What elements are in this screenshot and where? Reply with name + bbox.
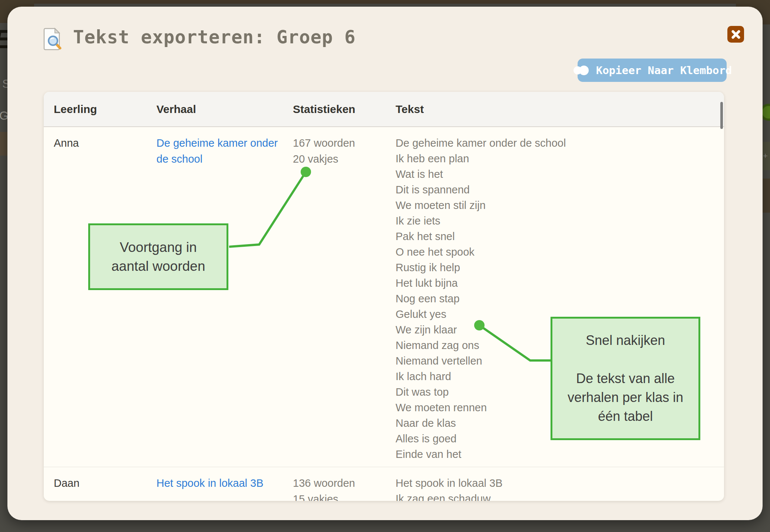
copy-button-label: Kopieer Naar Klembord: [596, 64, 732, 77]
table-header-row: Leerling Verhaal Statistieken Tekst: [44, 92, 724, 127]
table-row: Daan Het spook in lokaal 3B 136 woorden1…: [44, 467, 724, 501]
text-line: Dit is spannend: [396, 182, 724, 197]
text-line: 15 vakjes: [293, 491, 396, 501]
text-line: Ik zag een schaduw.: [396, 491, 724, 501]
column-header-verhaal: Verhaal: [156, 103, 293, 116]
story-text: Het spook in lokaal 3BIk zag een schaduw…: [396, 475, 724, 501]
annotation-body: De tekst van alle verhalen per klas in é…: [552, 369, 698, 426]
student-name: Daan: [54, 475, 156, 501]
backdrop-top-strip: [0, 0, 770, 4]
text-line: 167 woorden: [293, 135, 396, 151]
text-line: Nog een stap: [396, 291, 724, 306]
text-line: Het spook in lokaal 3B: [396, 475, 724, 491]
annotation-text: Voortgang in aantal woorden: [100, 238, 217, 276]
column-header-statistieken: Statistieken: [293, 103, 396, 116]
story-stats: 167 woorden20 vakjes: [293, 135, 396, 462]
text-line: Einde van het: [396, 446, 724, 462]
annotation-title: Snel nakijken: [552, 333, 698, 348]
text-line: Pak het snel: [396, 229, 724, 244]
text-line: De geheime kamer onder de school: [396, 135, 724, 151]
text-line: Rustig ik help: [396, 260, 724, 275]
column-header-leerling: Leerling: [54, 103, 156, 116]
story-link[interactable]: Het spook in lokaal 3B: [156, 475, 293, 501]
document-search-icon: [43, 27, 62, 52]
text-line: 20 vakjes: [293, 151, 396, 167]
story-link[interactable]: De geheime kamer onder de school: [156, 135, 293, 462]
copy-icon: [572, 65, 590, 76]
backdrop-band-brown: [761, 179, 770, 213]
text-line: Wat is het: [396, 166, 724, 182]
text-line: We moeten stil zijn: [396, 197, 724, 213]
text-line: Het lukt bijna: [396, 275, 724, 291]
annotation-quick-review: Snel nakijken De tekst van alle verhalen…: [551, 317, 700, 440]
copy-to-clipboard-button[interactable]: Kopieer Naar Klembord: [578, 59, 727, 82]
text-line: Ik heb een plan: [396, 151, 724, 166]
close-x-icon: [731, 30, 741, 39]
text-line: Ik zie iets: [396, 213, 724, 229]
text-line: O nee het spook: [396, 244, 724, 260]
column-header-tekst: Tekst: [396, 103, 724, 116]
text-line: 136 woorden: [293, 475, 396, 491]
student-name: Anna: [54, 135, 156, 462]
table-scrollbar-thumb[interactable]: [720, 102, 723, 129]
dialog-title: Tekst exporteren: Groep 6: [73, 27, 356, 48]
close-button[interactable]: [727, 26, 744, 43]
story-stats: 136 woorden15 vakjes: [293, 475, 396, 501]
annotation-progress-words: Voortgang in aantal woorden: [88, 223, 228, 290]
